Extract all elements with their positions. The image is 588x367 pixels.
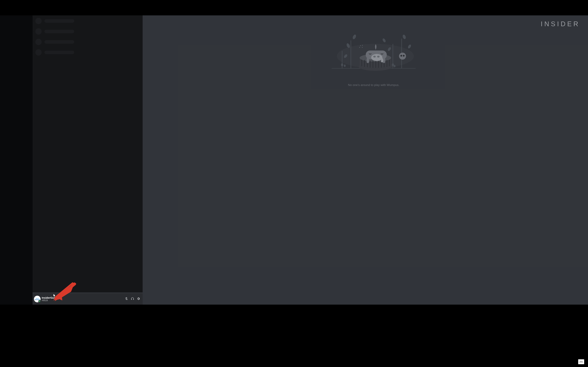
user-info[interactable]: InsiderGuy2... #6528 bbox=[42, 296, 59, 302]
app-stage: TECH INSIDER InsiderGuy2... #6528 bbox=[0, 15, 588, 305]
svg-point-17 bbox=[360, 45, 361, 46]
tech-insider-badge: TECH INSIDER bbox=[578, 359, 584, 364]
mic-muted-icon bbox=[125, 297, 128, 301]
svg-point-8 bbox=[392, 63, 394, 67]
svg-point-12 bbox=[382, 38, 386, 43]
list-item bbox=[35, 49, 140, 56]
list-item bbox=[35, 39, 140, 45]
svg-point-42 bbox=[400, 55, 402, 57]
user-panel: TECH INSIDER InsiderGuy2... #6528 bbox=[33, 293, 142, 305]
user-settings-button[interactable] bbox=[136, 296, 141, 302]
svg-rect-39 bbox=[373, 56, 376, 58]
guild-rail[interactable] bbox=[0, 15, 33, 305]
main-content: INSIDER bbox=[143, 15, 588, 305]
empty-state: No one's around to play with Wumpus. bbox=[332, 30, 416, 87]
svg-point-20 bbox=[362, 45, 363, 46]
svg-rect-46 bbox=[404, 58, 404, 59]
letterbox-bottom: TECH INSIDER bbox=[0, 305, 588, 367]
status-online-icon bbox=[38, 300, 41, 302]
discriminator-label: #6528 bbox=[42, 299, 59, 302]
avatar[interactable]: TECH INSIDER bbox=[34, 296, 41, 302]
svg-point-11 bbox=[352, 34, 357, 40]
gear-icon bbox=[137, 297, 140, 301]
empty-state-caption: No one's around to play with Wumpus. bbox=[332, 83, 416, 87]
list-item bbox=[35, 28, 140, 35]
deafen-button[interactable] bbox=[130, 296, 135, 302]
svg-rect-44 bbox=[401, 58, 401, 59]
letterbox-top bbox=[0, 0, 588, 15]
username-label: InsiderGuy2... bbox=[42, 296, 59, 299]
channel-sidebar: TECH INSIDER InsiderGuy2... #6528 bbox=[33, 15, 142, 305]
mute-mic-button[interactable] bbox=[124, 296, 129, 302]
svg-point-15 bbox=[407, 44, 412, 49]
svg-point-19 bbox=[359, 47, 360, 48]
svg-point-43 bbox=[403, 55, 405, 57]
headphones-icon bbox=[131, 297, 134, 301]
wumpus-illustration bbox=[332, 30, 416, 75]
svg-rect-36 bbox=[367, 58, 369, 63]
channel-placeholder-list bbox=[33, 15, 142, 62]
svg-rect-40 bbox=[377, 56, 380, 58]
svg-point-18 bbox=[362, 47, 363, 48]
svg-rect-45 bbox=[402, 58, 403, 59]
list-item bbox=[35, 18, 140, 24]
svg-point-14 bbox=[402, 34, 406, 40]
insider-watermark: INSIDER bbox=[541, 20, 580, 28]
svg-point-6 bbox=[341, 63, 343, 67]
svg-point-9 bbox=[394, 65, 396, 67]
svg-point-7 bbox=[344, 65, 346, 67]
